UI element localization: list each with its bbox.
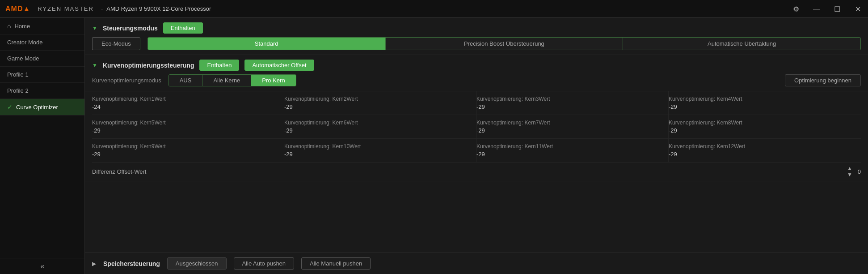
kern-label-3: Kurvenoptimierung: Kern3Wert [476, 96, 668, 102]
kern-label-11: Kurvenoptimierung: Kern11Wert [476, 143, 668, 150]
kern-cell-7[interactable]: Kurvenoptimierung: Kern7Wert -29 [476, 115, 669, 139]
differenz-down-button[interactable]: ▼ [847, 171, 852, 178]
sidebar-item-game-mode[interactable]: Game Mode [0, 51, 84, 67]
kern-value-3: -29 [476, 103, 668, 110]
kurven-badge1[interactable]: Enthalten [199, 60, 239, 71]
maximize-button[interactable]: ☐ [827, 0, 847, 18]
differenz-row: Differenz Offset-Wert ▲ ▼ 0 [85, 163, 868, 181]
kern-cell-3[interactable]: Kurvenoptimierung: Kern3Wert -29 [476, 91, 669, 115]
kern-label-2: Kurvenoptimierung: Kern2Wert [284, 96, 476, 102]
check-icon: ✓ [7, 103, 13, 111]
speicher-toggle-icon[interactable]: ▶ [92, 261, 96, 267]
steuerungsmodus-header: ▼ Steuerungsmodus Enthalten [92, 22, 861, 34]
kurven-mode-selector: AUS Alle Kerne Pro Kern [169, 74, 296, 86]
sidebar-item-creator-mode[interactable]: Creator Mode [0, 34, 84, 51]
window-controls: ⚙ — ☐ ✕ [786, 0, 868, 18]
sidebar-label-profile-1: Profile 1 [7, 71, 29, 78]
sidebar-label-curve-optimizer: Curve Optimizer [16, 104, 58, 111]
kern-cell-2[interactable]: Kurvenoptimierung: Kern2Wert -29 [284, 91, 476, 115]
kern-value-4: -29 [669, 103, 861, 110]
minimize-button[interactable]: — [806, 0, 827, 18]
kern-label-4: Kurvenoptimierung: Kern4Wert [669, 96, 861, 102]
sidebar-item-home[interactable]: ⌂ Home [0, 18, 84, 34]
kurvenoptimierung-header: ▼ Kurvenoptimierungssteuerung Enthalten … [92, 60, 861, 71]
differenz-spinner: ▲ ▼ [847, 165, 852, 178]
kern-value-9: -29 [92, 151, 284, 158]
home-icon: ⌂ [7, 22, 11, 30]
kurvenoptimierung-section: ▼ Kurvenoptimierungssteuerung Enthalten … [85, 55, 868, 91]
kern-label-9: Kurvenoptimierung: Kern9Wert [92, 143, 284, 150]
kern-value-10: -29 [284, 151, 476, 158]
differenz-label: Differenz Offset-Wert [92, 168, 843, 175]
sidebar-item-curve-optimizer[interactable]: ✓ Curve Optimizer [0, 99, 84, 116]
sidebar-label-profile-2: Profile 2 [7, 87, 29, 94]
optimierung-beginnen-button[interactable]: Optimierung beginnen [785, 74, 861, 86]
steuerungsmodus-badge[interactable]: Enthalten [163, 22, 203, 34]
kern-cell-8[interactable]: Kurvenoptimierung: Kern8Wert -29 [669, 115, 861, 139]
differenz-up-button[interactable]: ▲ [847, 165, 852, 171]
kern-label-10: Kurvenoptimierung: Kern10Wert [284, 143, 476, 150]
speicher-row: ▶ Speichersteuerung Ausgeschlossen Alle … [85, 253, 868, 274]
kern-label-12: Kurvenoptimierung: Kern12Wert [669, 143, 861, 150]
kurvenoptimierungsmodus-label: Kurvenoptimierungsmodus [92, 77, 161, 84]
title-bar: AMD▲ RYZEN MASTER - AMD Ryzen 9 5900X 12… [0, 0, 868, 18]
sidebar: ⌂ Home Creator Mode Game Mode Profile 1 … [0, 18, 85, 274]
kern-cell-9[interactable]: Kurvenoptimierung: Kern9Wert -29 [92, 139, 284, 163]
kern-label-5: Kurvenoptimierung: Kern5Wert [92, 120, 284, 126]
automatische-button[interactable]: Automatische Übertaktung [623, 38, 860, 50]
kern-label-1: Kurvenoptimierung: Kern1Wert [92, 96, 284, 102]
kern-cell-10[interactable]: Kurvenoptimierung: Kern10Wert -29 [284, 139, 476, 163]
kern-cell-4[interactable]: Kurvenoptimierung: Kern4Wert -29 [669, 91, 861, 115]
kern-value-6: -29 [284, 127, 476, 134]
title-separator: - [101, 5, 103, 12]
kern-value-12: -29 [669, 151, 861, 158]
kurven-badge2[interactable]: Automatischer Offset [244, 60, 314, 71]
close-button[interactable]: ✕ [847, 0, 868, 18]
alle-kerne-button[interactable]: Alle Kerne [202, 75, 251, 86]
kern-value-2: -29 [284, 103, 476, 110]
kern-cell-5[interactable]: Kurvenoptimierung: Kern5Wert -29 [92, 115, 284, 139]
aus-mode-button[interactable]: AUS [169, 75, 203, 86]
amd-logo: AMD▲ [5, 5, 30, 13]
kern-grid: Kurvenoptimierung: Kern1Wert -24 Kurveno… [85, 91, 868, 163]
kern-value-8: -29 [669, 127, 861, 134]
pro-kern-button[interactable]: Pro Kern [251, 75, 295, 86]
speicher-title: Speichersteuerung [103, 260, 160, 267]
alle-auto-pushen-button[interactable]: Alle Auto pushen [234, 257, 295, 270]
kern-value-7: -29 [476, 127, 668, 134]
steuerungsmodus-toggle[interactable]: ▼ [92, 25, 97, 31]
kurvenoptimierung-toggle[interactable]: ▼ [92, 62, 97, 68]
kurvenoptimierung-title: Kurvenoptimierungssteuerung [103, 62, 194, 69]
app-body: ⌂ Home Creator Mode Game Mode Profile 1 … [0, 18, 868, 274]
standard-mode-button[interactable]: Standard [148, 38, 386, 50]
kern-value-1: -24 [92, 103, 284, 110]
kern-cell-1[interactable]: Kurvenoptimierung: Kern1Wert -24 [92, 91, 284, 115]
steuerungsmodus-modes-row: Eco-Modus Standard Precision Boost Übers… [92, 37, 861, 50]
kern-label-8: Kurvenoptimierung: Kern8Wert [669, 120, 861, 126]
sidebar-label-home: Home [14, 23, 30, 30]
alle-manuell-pushen-button[interactable]: Alle Manuell pushen [301, 257, 371, 270]
differenz-value: 0 [858, 168, 861, 175]
main-content: ▼ Steuerungsmodus Enthalten Eco-Modus St… [85, 18, 868, 274]
kurven-controls-row: Kurvenoptimierungsmodus AUS Alle Kerne P… [92, 74, 861, 86]
sidebar-collapse-button[interactable]: « [0, 258, 85, 274]
kern-value-11: -29 [476, 151, 668, 158]
kern-label-6: Kurvenoptimierung: Kern6Wert [284, 120, 476, 126]
sidebar-item-profile-1[interactable]: Profile 1 [0, 67, 84, 83]
sidebar-item-profile-2[interactable]: Profile 2 [0, 83, 84, 99]
app-name: RYZEN MASTER [38, 5, 94, 12]
kern-cell-12[interactable]: Kurvenoptimierung: Kern12Wert -29 [669, 139, 861, 163]
eco-modus-button[interactable]: Eco-Modus [92, 37, 140, 50]
kern-cell-6[interactable]: Kurvenoptimierung: Kern6Wert -29 [284, 115, 476, 139]
steuerungsmodus-title: Steuerungsmodus [103, 25, 158, 32]
sidebar-label-creator-mode: Creator Mode [7, 39, 42, 46]
kern-cell-11[interactable]: Kurvenoptimierung: Kern11Wert -29 [476, 139, 669, 163]
steuerungsmodus-mode-selector: Standard Precision Boost Übersteuerung A… [147, 37, 861, 50]
precision-boost-button[interactable]: Precision Boost Übersteuerung [386, 38, 624, 50]
ausgeschlossen-button[interactable]: Ausgeschlossen [167, 257, 227, 270]
steuerungsmodus-section: ▼ Steuerungsmodus Enthalten Eco-Modus St… [85, 18, 868, 55]
settings-icon[interactable]: ⚙ [786, 0, 806, 18]
kern-value-5: -29 [92, 127, 284, 134]
kern-label-7: Kurvenoptimierung: Kern7Wert [476, 120, 668, 126]
processor-name: AMD Ryzen 9 5900X 12-Core Processor [106, 5, 211, 12]
